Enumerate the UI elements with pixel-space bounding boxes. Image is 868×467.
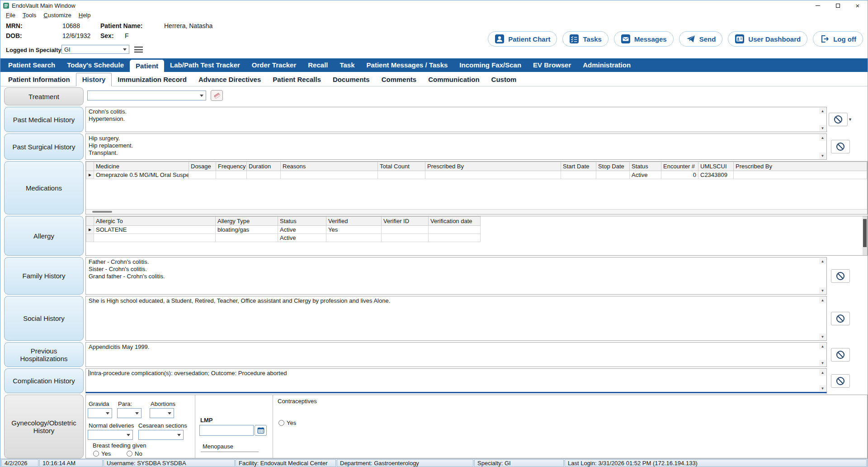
negate-social-button[interactable] [831, 312, 850, 325]
social-history-label[interactable]: Social History [4, 296, 84, 341]
col-prescribed-by-2[interactable]: Prescribed By [734, 162, 867, 171]
past-surgical-history-label[interactable]: Past Surgical History [4, 133, 84, 160]
scroll-down-icon[interactable]: ▼ [819, 360, 826, 366]
col-umlscui[interactable]: UMLSCUI [698, 162, 734, 171]
col-verified[interactable]: Verified [326, 217, 382, 226]
contraceptives-yes-radio[interactable]: Yes [278, 419, 296, 426]
previous-hospitalizations-textarea[interactable]: Appendicitis May 1999. ▲ ▼ [85, 342, 827, 367]
tab-ev-browser[interactable]: EV Browser [527, 58, 577, 72]
negate-pmh-button[interactable] [829, 113, 848, 126]
scroll-down-icon[interactable]: ▼ [819, 125, 826, 131]
family-history-textarea[interactable]: Father - Crohn's colitis. Sister - Crohn… [85, 257, 827, 295]
tab-patient[interactable]: Patient [130, 60, 164, 72]
tasks-button[interactable]: Tasks [562, 31, 608, 47]
tab-administration[interactable]: Administration [577, 58, 637, 72]
scroll-up-icon[interactable]: ▲ [819, 369, 826, 376]
col-allergy-type[interactable]: Allergy Type [216, 217, 278, 226]
past-medical-history-label[interactable]: Past Medical History [4, 107, 84, 132]
allergy-row[interactable]: ▶ SOLATENE bloating/gas Active Yes [86, 226, 481, 234]
maximize-button[interactable] [828, 0, 848, 10]
log-off-button[interactable]: Log off [813, 31, 863, 47]
messages-button[interactable]: Messages [614, 31, 674, 47]
para-dropdown[interactable] [117, 408, 142, 418]
negate-dropdown-icon[interactable]: ▼ [848, 117, 852, 122]
social-history-textarea[interactable]: She is High school educated, a Student, … [85, 296, 827, 341]
medication-row[interactable]: ▶ Omeprazole 0.5 MG/ML Oral Suspensi Act… [86, 171, 867, 179]
subtab-history[interactable]: History [76, 73, 112, 86]
scroll-up-icon[interactable]: ▲ [819, 297, 826, 303]
subtab-custom[interactable]: Custom [486, 73, 523, 86]
scroll-up-icon[interactable]: ▲ [819, 108, 826, 114]
cesarean-sections-dropdown[interactable] [138, 430, 184, 440]
minimize-button[interactable] [808, 0, 828, 10]
col-medicine[interactable]: Medicine [94, 162, 189, 171]
subtab-documents[interactable]: Documents [327, 73, 376, 86]
scroll-down-icon[interactable]: ▼ [819, 334, 826, 340]
menu-customize[interactable]: Customize [40, 11, 75, 19]
col-total-count[interactable]: Total Count [378, 162, 425, 171]
scroll-down-icon[interactable]: ▼ [819, 287, 826, 294]
breast-feeding-yes-radio[interactable]: Yes [93, 450, 111, 457]
family-history-label[interactable]: Family History [4, 257, 84, 295]
send-button[interactable]: Send [679, 31, 723, 47]
subtab-patient-information[interactable]: Patient Information [2, 73, 76, 86]
col-start-date[interactable]: Start Date [561, 162, 596, 171]
col-reasons[interactable]: Reasons [281, 162, 378, 171]
complication-history-label[interactable]: Complication History [4, 368, 84, 393]
breast-feeding-no-radio[interactable]: No [127, 450, 142, 457]
menu-file[interactable]: File [2, 11, 19, 19]
tab-order-tracker[interactable]: Order Tracker [246, 58, 302, 72]
eraser-button[interactable] [211, 90, 223, 101]
tab-task[interactable]: Task [334, 58, 360, 72]
col-status[interactable]: Status [630, 162, 661, 171]
calendar-button[interactable] [255, 425, 267, 436]
col-stop-date[interactable]: Stop Date [596, 162, 630, 171]
scroll-down-icon[interactable]: ▼ [819, 152, 826, 159]
tab-recall[interactable]: Recall [302, 58, 334, 72]
col-verifier-id[interactable]: Verifier ID [382, 217, 429, 226]
lmp-input[interactable] [199, 425, 254, 436]
normal-deliveries-dropdown[interactable] [88, 430, 133, 440]
allergy-label[interactable]: Allergy [4, 216, 84, 256]
allergy-vscrollbar[interactable] [863, 216, 867, 255]
previous-hospitalizations-label[interactable]: Previous Hospitalizations [4, 342, 84, 367]
tab-patient-search[interactable]: Patient Search [2, 58, 61, 72]
negate-psh-button[interactable] [831, 140, 850, 153]
complication-history-textarea[interactable]: Intra-procedure complication(s): oversed… [85, 368, 827, 393]
past-surgical-history-textarea[interactable]: Hip surgery. Hip replacement. Transplant… [85, 133, 827, 160]
medications-label[interactable]: Medications [4, 161, 84, 214]
scroll-down-icon[interactable]: ▼ [819, 385, 826, 391]
col-allergy-status[interactable]: Status [278, 217, 326, 226]
tab-incoming-fax-scan[interactable]: Incoming Fax/Scan [453, 58, 527, 72]
user-dashboard-button[interactable]: User Dashboard [728, 31, 807, 47]
menopause-field[interactable] [201, 440, 259, 452]
medications-hscrollbar[interactable] [86, 209, 867, 214]
tab-lab-path-test-tracker[interactable]: Lab/Path Test Tracker [164, 58, 246, 72]
subtab-immunization-record[interactable]: Immunization Record [112, 73, 193, 86]
negate-complication-button[interactable] [831, 374, 850, 388]
past-medical-history-textarea[interactable]: Crohn's colitis. Hypertension. ▲ ▼ [85, 107, 827, 132]
negate-hospitalizations-button[interactable] [831, 348, 850, 362]
tab-todays-schedule[interactable]: Today's Schedule [61, 58, 130, 72]
abortions-dropdown[interactable] [150, 408, 174, 418]
subtab-advance-directives[interactable]: Advance Directives [193, 73, 267, 86]
scroll-up-icon[interactable]: ▲ [819, 343, 826, 349]
hamburger-menu-icon[interactable] [134, 47, 143, 52]
subtab-communication[interactable]: Communication [422, 73, 485, 86]
gravida-dropdown[interactable] [88, 408, 112, 418]
col-duration[interactable]: Duration [247, 162, 281, 171]
patient-chart-button[interactable]: Patient Chart [488, 31, 557, 47]
col-verification-date[interactable]: Verification date [429, 217, 481, 226]
specialty-dropdown[interactable]: GI [61, 45, 129, 54]
treatment-dropdown[interactable] [87, 91, 206, 100]
col-frequency[interactable]: Frequency [216, 162, 247, 171]
allergy-row[interactable]: Active [86, 234, 481, 242]
col-allergic-to[interactable]: Allergic To [94, 217, 216, 226]
col-prescribed-by[interactable]: Prescribed By [425, 162, 561, 171]
col-encounter[interactable]: Encounter # [661, 162, 698, 171]
tab-patient-messages-tasks[interactable]: Patient Messages / Tasks [361, 58, 454, 72]
subtab-comments[interactable]: Comments [376, 73, 423, 86]
negate-family-button[interactable] [831, 269, 850, 283]
treatment-section-label[interactable]: Treatment [4, 87, 84, 105]
scroll-up-icon[interactable]: ▲ [819, 258, 826, 264]
